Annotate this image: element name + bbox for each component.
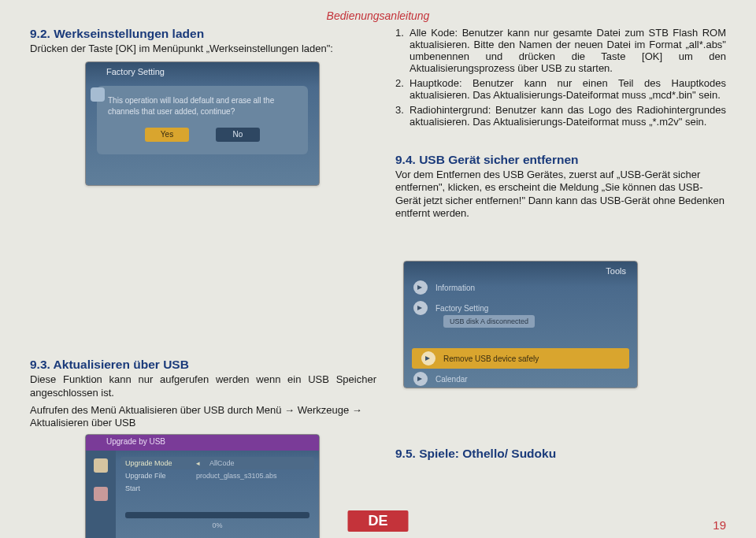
menu-label: Calendar	[435, 375, 468, 384]
menu-label: Remove USB device safely	[443, 354, 539, 363]
upgrade-mode-row[interactable]: Upgrade Mode ◂ AllCode	[120, 457, 314, 469]
no-button[interactable]: No	[216, 128, 260, 142]
list-number: 1.	[395, 27, 410, 74]
list-item: 1. Alle Kode: Benutzer kann nur gesamte …	[395, 27, 726, 74]
section-9-4-text: Vor dem Entfernen des USB Gerätes, zuers…	[395, 169, 726, 220]
document-header: Bedienungsanleitung	[30, 9, 726, 22]
section-9-5-heading: 9.5. Spiele: Othello/ Sudoku	[395, 447, 726, 461]
screenshot-tools: Tools Information Factory Setting USB di…	[403, 261, 638, 388]
section-9-2-heading: 9.2. Werkseinstellungen laden	[30, 27, 376, 41]
toolbox-icon	[94, 458, 108, 473]
menu-item-information[interactable]: Information	[404, 277, 637, 298]
usb-disconnected-tooltip: USB disk A disconnected	[443, 315, 535, 328]
menu-label: Factory Setting	[435, 304, 488, 313]
list-item: 2. Hauptkode: Benutzer kann nur einen Te…	[395, 77, 726, 101]
menu-item-calendar[interactable]: Calendar	[404, 369, 637, 388]
confirm-dialog: This operation will load default and era…	[97, 86, 308, 154]
upgrade-file-label: Upgrade File	[125, 472, 187, 480]
section-9-3-text-1: Diese Funktion kann nur aufgerufen werde…	[30, 373, 376, 399]
briefcase-icon	[94, 487, 108, 501]
menu-item-remove-usb[interactable]: Remove USB device safely	[412, 348, 629, 369]
screenshot-tools-title: Tools	[404, 262, 637, 277]
menu-label: Information	[435, 284, 475, 292]
left-column: 9.2. Werkseinstellungen laden Drücken de…	[30, 27, 376, 538]
section-9-3-heading: 9.3. Aktualisieren über USB	[30, 358, 376, 372]
language-badge: DE	[347, 510, 408, 532]
page-number: 19	[713, 518, 726, 532]
yes-button[interactable]: Yes	[145, 128, 189, 142]
upgrade-file-value: product_glass_s3105.abs	[196, 472, 277, 480]
section-9-3: 9.3. Aktualisieren über USB Diese Funkti…	[30, 358, 376, 429]
list-number: 3.	[395, 104, 410, 128]
list-number: 2.	[395, 77, 410, 101]
upgrade-mode-label: Upgrade Mode	[125, 459, 187, 467]
upgrade-start-row[interactable]: Start	[125, 482, 309, 495]
chevron-right-icon	[413, 301, 428, 315]
dialog-buttons: Yes No	[108, 128, 297, 142]
list-text: Hauptkode: Benutzer kann nur einen Teil …	[410, 77, 726, 101]
list-text: Alle Kode: Benutzer kann nur gesamte Dat…	[410, 27, 726, 74]
upgrade-file-row[interactable]: Upgrade File product_glass_s3105.abs	[125, 469, 309, 482]
chevron-right-icon	[421, 351, 435, 365]
page-footer: DE 19	[30, 518, 726, 532]
upgrade-mode-value: AllCode	[209, 459, 235, 467]
dialog-message: This operation will load default and era…	[108, 95, 297, 117]
list-item: 3. Radiohintergrund: Benutzer kann das L…	[395, 104, 726, 128]
section-9-2-text: Drücken der Taste [OK] im Menüpunkt „Wer…	[30, 43, 376, 55]
section-9-5: 9.5. Spiele: Othello/ Sudoku	[395, 447, 726, 461]
toolbox-icon	[91, 87, 105, 102]
right-column: 1. Alle Kode: Benutzer kann nur gesamte …	[395, 27, 726, 538]
section-9-4-heading: 9.4. USB Gerät sicher entfernen	[395, 153, 726, 167]
chevron-right-icon	[413, 280, 428, 295]
chevron-right-icon	[413, 372, 428, 386]
upgrade-start-label: Start	[125, 484, 187, 492]
screenshot-title: Factory Setting	[86, 62, 319, 80]
sidebar-icons	[91, 87, 105, 102]
list-text: Radiohintergrund: Benutzer kann das Logo…	[410, 104, 726, 128]
screenshot-upgrade-title: Upgrade by USB	[86, 435, 319, 451]
section-9-3-text-2: Aufrufen des Menü Aktualisieren über USB…	[30, 404, 376, 430]
screenshot-factory-setting: Factory Setting This operation will load…	[85, 61, 320, 186]
content-columns: 9.2. Werkseinstellungen laden Drücken de…	[30, 27, 726, 538]
